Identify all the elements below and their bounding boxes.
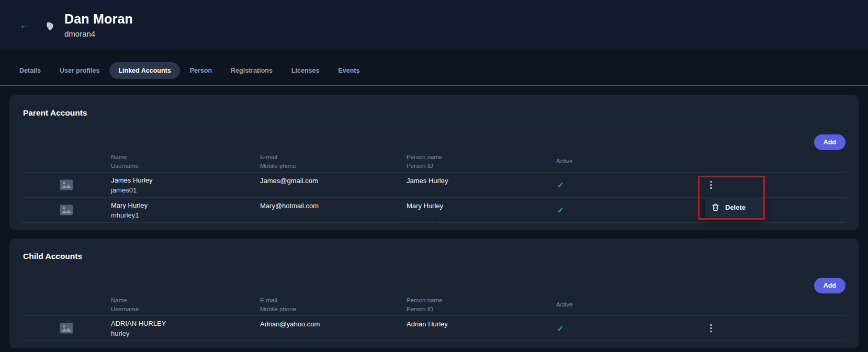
tab-bar: Details User profiles Linked Accounts Pe… xyxy=(0,50,868,86)
image-placeholder-icon xyxy=(60,205,111,215)
table-row-adrian: ADRIAN HURLEY hurley Adrian@yahoo.com Ad… xyxy=(9,316,859,340)
parent-table-header: Name Username E-mail Mobile phone Person… xyxy=(9,151,859,172)
row-divider xyxy=(22,222,846,223)
child-add-row: Add xyxy=(9,270,859,293)
account-name: Mary Hurley xyxy=(111,201,260,209)
parent-accounts-title: Parent Accounts xyxy=(9,95,859,127)
account-username: hurley xyxy=(111,330,260,337)
delete-menu-label: Delete xyxy=(725,203,746,211)
account-name: ADRIAN HURLEY xyxy=(111,320,260,327)
header-active: Active xyxy=(556,300,706,309)
name-cell: ADRIAN HURLEY hurley xyxy=(111,320,260,337)
kebab-menu-icon[interactable] xyxy=(707,178,715,192)
active-check-icon: ✓ xyxy=(557,324,706,333)
account-username: james01 xyxy=(111,186,260,194)
user-avatar xyxy=(43,18,56,32)
user-identity: Dan Moran dmoran4 xyxy=(64,12,133,38)
back-arrow-icon[interactable]: ← xyxy=(19,19,31,31)
image-placeholder-icon xyxy=(60,323,111,334)
image-placeholder-icon xyxy=(60,179,111,190)
tab-licenses[interactable]: Licenses xyxy=(283,62,329,79)
header-email-mobile: E-mail Mobile phone xyxy=(260,296,407,314)
user-header: ← Dan Moran dmoran4 xyxy=(0,0,868,50)
account-name: James Hurley xyxy=(111,176,260,184)
header-person: Person name Person ID xyxy=(407,153,556,171)
account-person-name: James Hurley xyxy=(407,177,556,185)
trash-icon xyxy=(712,203,719,211)
header-name-username: Name Username xyxy=(111,153,260,171)
page-title: Dan Moran xyxy=(64,12,133,27)
person-cell: Mary Hurley · · · · · · xyxy=(407,202,556,219)
account-person-id: · · · · · · xyxy=(407,213,556,219)
table-row-james: James Hurley james01 James@gmail.com Jam… xyxy=(9,173,859,197)
page-subtitle: dmoran4 xyxy=(64,29,133,38)
account-person-name: Mary Hurley xyxy=(407,202,556,210)
parent-add-row: Add xyxy=(9,127,859,150)
active-check-icon: ✓ xyxy=(557,180,706,190)
account-email: Adrian@yahoo.com xyxy=(260,320,407,328)
tab-events[interactable]: Events xyxy=(329,62,368,79)
tab-user-profiles[interactable]: User profiles xyxy=(51,62,108,79)
account-email: James@gmail.com xyxy=(260,177,407,185)
row-divider xyxy=(22,340,846,341)
tab-person[interactable]: Person xyxy=(181,62,221,79)
active-check-icon: ✓ xyxy=(557,206,706,215)
child-accounts-card: Child Accounts Add Name Username E-mail … xyxy=(9,239,859,348)
header-person: Person name Person ID xyxy=(407,296,556,314)
account-email: Mary@hotmail.com xyxy=(260,202,407,210)
context-menu-delete-item[interactable]: Delete xyxy=(705,197,763,218)
account-person-name: Adrian Hurley xyxy=(407,320,556,328)
child-add-button[interactable]: Add xyxy=(814,278,846,293)
tab-linked-accounts[interactable]: Linked Accounts xyxy=(109,62,179,79)
kebab-menu-icon[interactable] xyxy=(707,322,715,335)
name-cell: Mary Hurley mhurley1 xyxy=(111,201,260,219)
name-cell: James Hurley james01 xyxy=(111,176,260,194)
header-email-mobile: E-mail Mobile phone xyxy=(260,153,407,171)
tab-registrations[interactable]: Registrations xyxy=(222,62,281,79)
account-username: mhurley1 xyxy=(111,211,260,219)
tab-details[interactable]: Details xyxy=(10,62,50,79)
child-accounts-title: Child Accounts xyxy=(9,239,859,270)
child-table-header: Name Username E-mail Mobile phone Person… xyxy=(9,294,859,315)
parent-add-button[interactable]: Add xyxy=(814,134,846,150)
header-active: Active xyxy=(556,157,706,166)
leaf-avatar-icon xyxy=(43,18,56,32)
header-name-username: Name Username xyxy=(111,296,260,314)
